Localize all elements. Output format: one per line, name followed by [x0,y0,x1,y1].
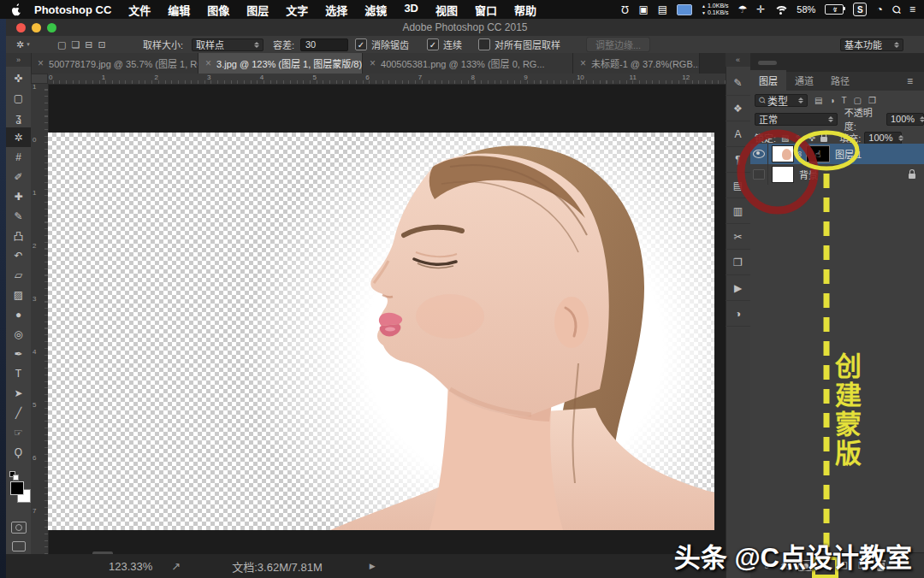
dodge-tool-icon[interactable]: ◎ [6,324,31,344]
line-tool-icon[interactable]: ╱ [6,403,31,422]
tab-paths[interactable]: 路径 [822,70,858,91]
panel-menu-icon[interactable]: ≡ [907,75,913,87]
menu-item[interactable]: 选择 [317,2,356,18]
workspace-dropdown[interactable]: 基本功能 [840,38,903,51]
clone-source-icon[interactable]: ❐ [726,250,750,275]
tab-channels[interactable]: 通道 [786,70,822,91]
input-method-icon[interactable]: S [853,3,867,16]
new-selection-icon[interactable]: ▢ [57,39,66,50]
adjustments-panel-icon[interactable]: ◑ [726,301,750,327]
spotlight-search-icon[interactable]: Ϙ [886,0,905,19]
app-menu-name[interactable]: Photoshop CC [34,3,111,16]
layer-filter-type-dropdown[interactable]: Ϙ 类型 [755,94,808,107]
layer-visibility-toggle[interactable] [750,144,768,164]
layer-visibility-toggle[interactable] [750,164,768,185]
close-tab-icon[interactable]: × [370,57,376,69]
intersect-selection-icon[interactable]: ⊡ [98,39,106,50]
actions-panel-icon[interactable]: ▶ [726,275,750,301]
share-icon[interactable]: ↗ [171,560,181,573]
document-tab[interactable]: × 未标题-1 @ 37.8%(RGB... [573,53,700,74]
crosshair-icon[interactable]: ✛ [756,0,765,19]
close-tab-icon[interactable]: × [205,57,211,69]
display-icon[interactable] [677,4,692,15]
move-tool-icon[interactable]: ✜ [6,68,31,88]
toolbar-collapse-button[interactable]: » [6,53,31,67]
filter-shape-layers-icon[interactable]: ▢ [854,96,862,105]
sample-all-layers-checkbox[interactable]: 对所有图层取样 [478,36,560,53]
document-tab-active[interactable]: × 3.jpg @ 123% (图层 1, 图层蒙版/8) * [198,53,363,74]
zoom-tool-icon[interactable]: Ϙ [6,442,31,462]
layer-row-background[interactable]: 背景 [750,164,924,185]
menu-item[interactable]: 编辑 [159,2,198,18]
eraser-tool-icon[interactable]: ▱ [6,265,31,285]
document-tab[interactable]: × 500778179.jpg @ 35.7% (图层 1, RG... [31,53,198,74]
clock-icon[interactable]: ◔ [876,0,882,19]
menu-item[interactable]: 滤镜 [356,2,395,18]
notification-bell-icon[interactable]: Ω [621,0,629,19]
add-to-selection-icon[interactable]: ❏ [71,39,80,50]
layer-thumbnail[interactable] [772,166,794,183]
contiguous-checkbox[interactable]: ✓ 连续 [427,36,462,53]
network-speed-indicator[interactable]: ▲1.0KB/s ▼0.1KB/s [702,3,728,16]
document-tab[interactable]: × 400505381.png @ 133% (图层 0, RG... [363,53,573,74]
menu-item[interactable]: 视图 [427,2,466,18]
brush-panel-icon[interactable]: ✎ [726,70,750,96]
layer-thumbnail[interactable] [772,145,794,162]
subtract-from-selection-icon[interactable]: ⊟ [85,39,92,50]
panel-drag-handle[interactable] [758,61,777,65]
refine-edge-button[interactable]: 调整边缘... [586,37,650,52]
crop-tool-icon[interactable]: # [6,147,31,167]
layer-row-layer1[interactable]: ∞ ☝ 图层 1 [750,144,924,164]
apple-menu-icon[interactable] [7,3,26,16]
pen-tool-icon[interactable]: ✒ [6,344,31,363]
path-select-tool-icon[interactable]: ➤ [6,383,31,403]
healing-brush-tool-icon[interactable]: ✚ [6,186,31,206]
lock-all-icon[interactable] [820,137,827,142]
fill-dropdown[interactable]: 100% [864,132,902,144]
tolerance-input[interactable]: 30 [300,38,348,51]
window-title-bar[interactable]: Adobe Photoshop CC 2015 [6,19,924,37]
paragraph-styles-icon[interactable]: ▥ [726,198,750,224]
sample-size-dropdown[interactable]: 取样点 [192,38,264,51]
brush-presets-icon[interactable]: ❖ [726,96,750,121]
menu-item[interactable]: 3D [395,2,427,18]
character-styles-icon[interactable]: ▤ [726,173,750,198]
menu-item[interactable]: 窗口 [466,2,506,18]
current-tool-indicator[interactable]: ✲ ▾ [16,36,30,53]
character-panel-icon[interactable]: A [726,121,750,147]
paragraph-panel-icon[interactable]: ¶ [726,147,750,173]
camera-icon[interactable]: ▣ [638,0,648,19]
marquee-tool-icon[interactable]: ▢ [6,88,31,108]
lock-image-pixels-icon[interactable]: ✎ [796,133,803,143]
status-options-arrow-icon[interactable]: ▶ [370,562,376,570]
ruler-origin-corner[interactable] [31,74,48,84]
blur-tool-icon[interactable]: ● [6,304,31,324]
filter-type-layers-icon[interactable]: T [842,96,847,105]
zoom-level-field[interactable]: 123.33% [109,560,152,573]
lock-position-icon[interactable]: ✜ [808,133,815,143]
layer-name[interactable]: 背景 [799,168,818,181]
layer-mask-thumbnail[interactable]: ☝ [806,145,830,162]
close-tab-icon[interactable]: × [38,57,44,69]
menu-item[interactable]: 文件 [120,2,159,18]
menu-item[interactable]: 帮助 [506,2,545,18]
filter-adjustment-layers-icon[interactable]: ◑ [829,96,834,105]
screen-mode-button[interactable] [12,541,26,551]
history-brush-tool-icon[interactable]: ↶ [6,245,31,265]
hand-tool-icon[interactable]: ☞ [6,422,31,442]
filter-smart-objects-icon[interactable]: ❐ [868,96,876,105]
dock-expand-button[interactable]: « [726,53,750,67]
wifi-icon[interactable] [774,5,787,15]
brush-tool-icon[interactable]: ✎ [6,206,31,226]
lock-transparent-pixels-icon[interactable]: ▨ [781,133,789,143]
blend-mode-dropdown[interactable]: 正常 [755,113,838,126]
battery-icon[interactable]: ↯ [825,4,844,15]
quick-mask-mode-button[interactable] [11,522,27,534]
clone-stamp-tool-icon[interactable]: 凸 [6,226,31,245]
tool-presets-icon[interactable]: ✂ [726,224,750,250]
opacity-dropdown[interactable]: 100% [886,113,924,126]
filter-pixel-layers-icon[interactable]: ▤ [814,96,822,105]
magic-wand-tool-icon[interactable]: ✲ [6,127,31,147]
type-tool-icon[interactable]: T [6,363,31,383]
gradient-tool-icon[interactable]: ▨ [6,285,31,304]
